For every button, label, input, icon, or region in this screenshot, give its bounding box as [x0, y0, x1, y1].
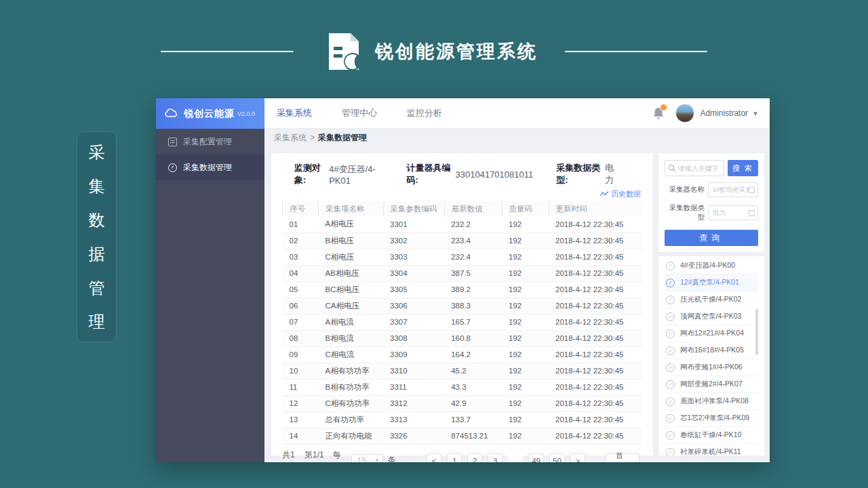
app-logo[interactable]: 锐创云能源 V2.0.0	[156, 98, 264, 129]
table-row[interactable]: 05BC相电压3305389.21922018-4-12 22:30:45	[283, 281, 643, 298]
first-page-button[interactable]: 首页	[606, 453, 639, 463]
table-cell: A相有功功率	[319, 363, 383, 379]
table-cell: 165.7	[444, 314, 502, 330]
data-type-value: 电力	[605, 162, 619, 186]
table-row[interactable]: 13总有功功率3313133.71922018-4-12 22:30:45	[283, 411, 643, 428]
table-cell: 3308	[383, 330, 444, 346]
table-row[interactable]: 09C相电流3309164.21922018-4-12 22:30:45	[283, 346, 643, 363]
user-menu-caret-icon[interactable]: ▼	[752, 110, 759, 117]
table-cell: 2018-4-12 22:30:45	[549, 281, 642, 298]
table-cell: 192	[502, 411, 549, 428]
per-page-label: 每页	[333, 449, 347, 463]
table-row[interactable]: 06CA相电压3306388.31922018-4-12 22:30:45	[283, 298, 643, 314]
device-list-item[interactable]: ✓ 网布变频1#/4-PK06	[665, 359, 758, 376]
table-row[interactable]: 10A相有功功率331045.21922018-4-12 22:30:45	[283, 363, 643, 379]
datatype-dropdown-icon	[749, 210, 755, 216]
table-row[interactable]: 02B相电压3302233.41922018-4-12 22:30:45	[283, 232, 643, 249]
device-list-item[interactable]: ✓ 12#真空泵/4-PK01	[665, 274, 758, 291]
app-logo-text: 锐创云能源	[184, 108, 235, 120]
device-list-item[interactable]: ✓ 网布16#18#/4-PK05	[665, 342, 758, 359]
page-number-button[interactable]: 1	[447, 453, 462, 463]
next-page-button[interactable]: >	[570, 453, 585, 463]
scrollbar-thumb[interactable]	[755, 309, 758, 355]
search-button[interactable]: 搜 索	[728, 160, 758, 176]
table-row[interactable]: 03C相电压3303232.41922018-4-12 22:30:45	[283, 249, 643, 265]
table-cell: 3311	[383, 379, 444, 395]
search-input[interactable]	[678, 165, 721, 172]
topbar-right: Administrator ▼	[652, 104, 759, 123]
collector-row: 采集器名称 1#配电柜采集器	[665, 182, 758, 197]
page-number-button[interactable]: 2	[467, 453, 482, 463]
table-cell: 总有功功率	[319, 411, 383, 428]
device-list-item[interactable]: ✓ 网部变频2#/4-PK07	[665, 376, 758, 393]
table-row[interactable]: 01A相电压3301232.21922018-4-12 22:30:45	[283, 216, 643, 232]
table-cell: 42.9	[444, 395, 502, 411]
topnav-items: 采集系统 管理中心 监控分析	[277, 107, 472, 119]
table-row[interactable]: 08B相电流3308160.81922018-4-12 22:30:45	[283, 330, 643, 346]
notification-badge	[660, 104, 667, 111]
sidebar: 锐创云能源 V2.0.0 采集配置管理 采集数据管理	[156, 98, 264, 462]
check-circle-icon: ✓	[666, 431, 675, 440]
monitor-object-value: 4#变压器/4-PK01	[329, 163, 383, 186]
prev-page-button[interactable]: <	[427, 453, 441, 463]
section-label-char: 管	[89, 271, 105, 305]
device-list-item[interactable]: ✓ 卷纸缸干燥/4-PK10	[665, 427, 758, 444]
sidebar-menu: 采集配置管理 采集数据管理	[156, 129, 264, 180]
history-data-link[interactable]: 历史数据	[600, 189, 641, 199]
table-cell: A相电流	[319, 314, 383, 330]
table-cell: B相电压	[319, 232, 383, 249]
table-cell: 2018-4-12 22:30:45	[549, 411, 642, 428]
total-pages-text: 共1页	[282, 449, 300, 463]
sidebar-item-collection-config[interactable]: 采集配置管理	[156, 129, 264, 155]
table-row[interactable]: 11B相有功功率331143.31922018-4-12 22:30:45	[283, 379, 643, 395]
breadcrumb-separator: >	[310, 133, 315, 142]
table-cell: 192	[502, 428, 549, 444]
table-cell: 3326	[383, 428, 444, 444]
table-cell: 08	[283, 330, 319, 346]
device-list-item[interactable]: ✓ 4#变压器/4-PK00	[665, 258, 758, 274]
table-cell: 2018-4-12 22:30:45	[549, 298, 642, 314]
table-cell: 2018-4-12 22:30:45	[549, 395, 642, 411]
breadcrumb-parent[interactable]: 采集系统	[274, 132, 307, 144]
query-button[interactable]: 查询	[665, 230, 758, 246]
table-cell: 14	[283, 428, 319, 444]
collector-select[interactable]: 1#配电柜采集器	[708, 182, 758, 197]
table-cell: CA相电压	[319, 298, 383, 314]
nav-item[interactable]: 管理中心	[342, 107, 377, 119]
table-row[interactable]: 07A相电流3307165.71922018-4-12 22:30:45	[283, 314, 643, 330]
table-header-row: 序号采集项名称采集参数编码最新数值质量码更新时间	[283, 201, 643, 216]
avatar[interactable]	[675, 104, 694, 123]
table-cell: 2018-4-12 22:30:45	[549, 379, 642, 395]
notification-bell-icon[interactable]	[652, 106, 665, 120]
section-label-char: 理	[89, 305, 105, 339]
page-number-button[interactable]: 49	[528, 453, 544, 463]
page-number-button[interactable]: 3	[488, 453, 502, 463]
table-cell: AB相电压	[319, 265, 383, 281]
table-cell: 3309	[383, 346, 444, 363]
nav-item[interactable]: 采集系统	[277, 107, 312, 119]
device-list-item[interactable]: ✓ 芯1芯2冲浆泵/4-PK09	[665, 410, 758, 427]
table-row[interactable]: 04AB相电压3304387.51922018-4-12 22:30:45	[283, 265, 643, 281]
datatype-select[interactable]: 电力	[708, 205, 758, 220]
device-list-item[interactable]: ✓ 网布12#21#/4-PK04	[665, 325, 758, 342]
table-cell: 192	[502, 265, 549, 281]
sidebar-item-collection-data[interactable]: 采集数据管理	[156, 155, 264, 180]
check-circle-icon: ✓	[666, 363, 675, 372]
device-list-item[interactable]: ✓ 衬浆碎浆机/4-PK11	[665, 444, 758, 455]
table-body: 01A相电压3301232.21922018-4-12 22:30:45 02B…	[283, 216, 643, 444]
per-page-unit: 条	[387, 455, 395, 462]
per-page-select[interactable]: 15 ▼	[351, 454, 383, 463]
page-number-button[interactable]: 50	[549, 453, 565, 463]
nav-item[interactable]: 监控分析	[407, 107, 442, 119]
device-list-item[interactable]: ✓ 顶网真空泵/4-PK03	[665, 308, 758, 325]
datatype-label: 采集数据类型	[665, 203, 708, 222]
page-buttons: <123...4950>	[424, 453, 588, 463]
table-row[interactable]: 12C相有功功率331242.91922018-4-12 22:30:45	[283, 395, 643, 411]
collector-dropdown-icon	[749, 187, 755, 193]
device-list-item[interactable]: ✓ 压光机干燥/4-PK02	[665, 291, 758, 308]
check-circle-icon: ✓	[666, 296, 675, 304]
search-icon	[668, 164, 676, 172]
table-cell: 02	[283, 232, 319, 249]
table-row[interactable]: 14正向有功电能3326874513.211922018-4-12 22:30:…	[283, 428, 643, 444]
device-list-item[interactable]: ✓ 底面衬冲浆泵/4-PK08	[665, 393, 758, 410]
